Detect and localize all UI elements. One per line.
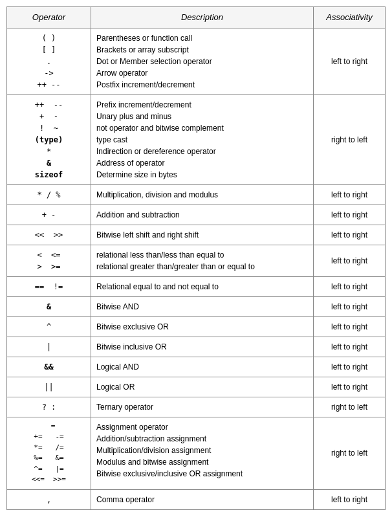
table-row: | Bitwise inclusive OR left to right [7,337,385,357]
header-description: Description [91,7,314,28]
table-row: ^ Bitwise exclusive OR left to right [7,317,385,337]
description-cell: Relational equal to and not equal to [91,277,314,296]
operator-cell: = += -= *= /= %= &= ^= |= <<= >>= [7,417,91,489]
assoc-cell: left to right [314,205,385,225]
header-operator: Operator [7,7,91,28]
table-row: * / % Multiplication, division and modul… [7,185,385,205]
operator-cell: , [7,490,91,509]
table-row: = += -= *= /= %= &= ^= |= <<= >>= Assign… [7,417,385,490]
operator-cell: * / % [7,185,91,205]
table-header: Operator Description Associativity [7,7,385,28]
description-cell: Prefix increment/decrement Unary plus an… [91,95,314,184]
table-row: ( )[ ].->++ -- Parentheses or function c… [7,28,385,95]
operator-cell: ? : [7,397,91,417]
description-cell: relational less than/less than equal to … [91,245,314,276]
operator-cell: + - [7,205,91,225]
assoc-cell: left to right [314,297,385,316]
assoc-cell: left to right [314,277,385,296]
assoc-cell: right to left [314,397,385,417]
table-row: == != Relational equal to and not equal … [7,277,385,297]
table-row: < <=> >= relational less than/less than … [7,245,385,277]
table-row: || Logical OR left to right [7,377,385,397]
description-cell: Multiplication, division and modulus [91,185,314,205]
table-row: && Logical AND left to right [7,357,385,377]
table-row: ++ -- + - ! ~ (type) * & sizeof Prefix i… [7,95,385,185]
operator-cell: ^ [7,317,91,337]
assoc-cell: left to right [314,245,385,276]
table-row: & Bitwise AND left to right [7,297,385,317]
assoc-cell: left to right [314,357,385,377]
description-cell: Ternary operator [91,397,314,417]
assoc-cell: left to right [314,185,385,205]
operator-cell: & [7,297,91,316]
description-cell: Bitwise left shift and right shift [91,225,314,245]
description-cell: Assignment operator Addition/subtraction… [91,417,314,489]
description-cell: Bitwise AND [91,297,314,316]
assoc-cell: left to right [314,377,385,397]
operator-cell: | [7,337,91,357]
description-cell: Comma operator [91,490,314,509]
operator-cell: || [7,377,91,397]
assoc-cell: right to left [314,417,385,489]
table-row: , Comma operator left to right [7,490,385,509]
operator-cell: && [7,357,91,377]
description-cell: Addition and subtraction [91,205,314,225]
description-cell: Bitwise inclusive OR [91,337,314,357]
table-row: + - Addition and subtraction left to rig… [7,205,385,225]
description-cell: Bitwise exclusive OR [91,317,314,337]
table-row: << >> Bitwise left shift and right shift… [7,225,385,245]
operator-cell: < <=> >= [7,245,91,276]
table-row: ? : Ternary operator right to left [7,397,385,417]
operator-cell: ( )[ ].->++ -- [7,28,91,94]
assoc-cell: left to right [314,490,385,509]
operator-cell: == != [7,277,91,296]
description-cell: Parentheses or function call Brackets or… [91,28,314,94]
assoc-cell: left to right [314,225,385,245]
assoc-cell: right to left [314,95,385,184]
description-cell: Logical AND [91,357,314,377]
description-cell: Logical OR [91,377,314,397]
operator-cell: ++ -- + - ! ~ (type) * & sizeof [7,95,91,184]
assoc-cell: left to right [314,28,385,94]
header-associativity: Associativity [314,7,385,28]
operator-cell: << >> [7,225,91,245]
assoc-cell: left to right [314,337,385,357]
assoc-cell: left to right [314,317,385,337]
operator-table: Operator Description Associativity ( )[ … [6,6,386,510]
